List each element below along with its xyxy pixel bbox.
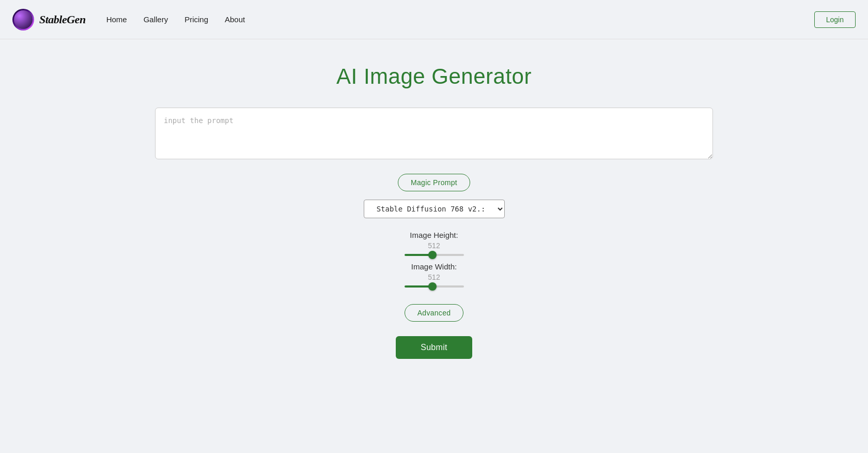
submit-button[interactable]: Submit [396,336,472,359]
magic-prompt-button[interactable]: Magic Prompt [398,174,470,191]
advanced-button[interactable]: Advanced [405,304,464,322]
nav-pricing[interactable]: Pricing [184,15,208,24]
sliders-section: Image Height: 512 Image Width: 512 [405,231,464,292]
page-title: AI Image Generator [336,64,532,89]
main-content: AI Image Generator Magic Prompt Stable D… [0,39,868,359]
image-height-group: Image Height: 512 [405,231,464,256]
image-height-slider[interactable] [405,254,464,256]
controls-section: Magic Prompt Stable Diffusion 768 v2.: I… [0,174,868,359]
image-height-label: Image Height: [410,231,458,239]
navbar-right: Login [814,11,856,28]
nav-home[interactable]: Home [106,15,127,24]
brand-logo [12,9,34,31]
image-width-slider[interactable] [405,285,464,288]
navbar: StableGen Home Gallery Pricing About Log… [0,0,868,39]
image-height-value: 512 [428,241,440,250]
image-width-value: 512 [428,273,440,281]
prompt-input[interactable] [155,108,713,159]
brand-name: StableGen [39,13,86,26]
nav-gallery[interactable]: Gallery [144,15,168,24]
login-button[interactable]: Login [814,11,856,28]
brand: StableGen [12,9,86,31]
model-select[interactable]: Stable Diffusion 768 v2.: [364,200,505,218]
nav-links: Home Gallery Pricing About [106,15,245,24]
nav-about[interactable]: About [225,15,245,24]
image-width-group: Image Width: 512 [405,262,464,288]
image-width-label: Image Width: [411,262,457,271]
